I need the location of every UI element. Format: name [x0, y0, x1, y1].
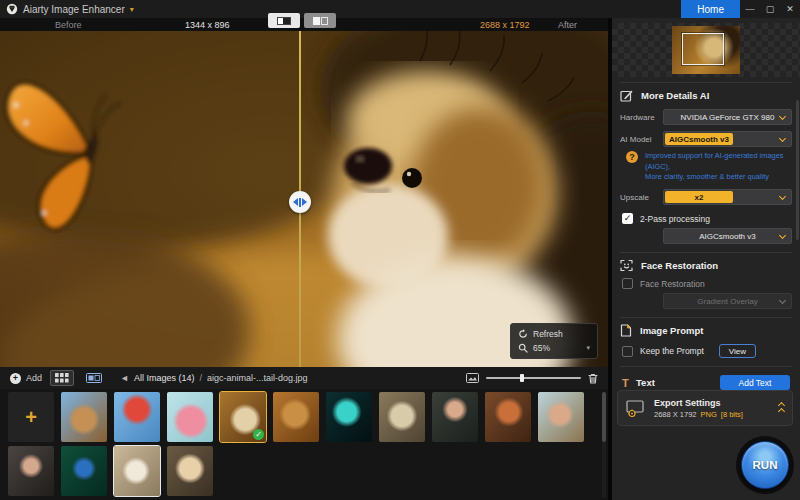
thumb-wedding-photo[interactable] [114, 446, 160, 496]
app-window: Aiarty Image Enhancer ▾ Home — ▢ ✕ Befor… [0, 0, 800, 500]
run-button-well: RUN [736, 436, 794, 494]
gallery-toolbar: + Add ◄ All Imag [0, 367, 608, 389]
breadcrumb: ◄ All Images (14) / aigc-animal-...tail-… [120, 373, 308, 383]
export-settings[interactable]: Export Settings 2688 X 1792 PNG [8 bits] [617, 390, 793, 426]
two-pass-row: ✓ 2-Pass processing [612, 213, 800, 224]
thumb-flamingo[interactable] [167, 392, 213, 442]
ai-model-dropdown[interactable]: AIGCsmooth v3 [663, 131, 792, 147]
thumb-group-photo[interactable] [167, 446, 213, 496]
filmstrip-view-button[interactable] [82, 370, 106, 386]
add-text-button[interactable]: Add Text [720, 375, 790, 390]
view-mode-toggles [268, 13, 336, 28]
thumb-redhead-woman[interactable] [485, 392, 531, 442]
filmstrip-view-icon [86, 373, 102, 383]
after-label: After [558, 20, 577, 30]
minimize-button[interactable]: — [740, 0, 760, 18]
thumb-man-portrait[interactable] [432, 392, 478, 442]
gallery-panel: + Add ◄ All Imag [0, 367, 608, 500]
split-square-icon [277, 17, 291, 25]
upscale-label: Upscale [620, 193, 663, 202]
page-icon [620, 324, 632, 337]
chevron-down-icon [779, 232, 786, 239]
chevron-down-icon [779, 113, 786, 120]
upscale-row: Upscale x2 [612, 189, 800, 205]
close-button[interactable]: ✕ [780, 0, 800, 18]
navigator [612, 23, 800, 77]
breadcrumb-separator: / [199, 373, 202, 383]
trash-icon[interactable] [588, 373, 598, 384]
app-title: Aiarty Image Enhancer [23, 4, 125, 15]
more-details-title: More Details AI [641, 90, 709, 101]
two-pass-model-value: AIGCsmooth v3 [699, 232, 755, 241]
text-tool-row: T Text Add Text [612, 375, 800, 390]
settings-scrollbar-thumb[interactable] [796, 100, 799, 240]
chevron-down-icon [779, 193, 786, 200]
thumbnail-grid: +✓ [0, 389, 608, 500]
titlebar: Aiarty Image Enhancer ▾ Home — ▢ ✕ [0, 0, 800, 18]
add-images-button[interactable]: + Add [10, 373, 42, 384]
compare-slider-handle[interactable] [289, 191, 311, 213]
breadcrumb-all-images[interactable]: All Images (14) [134, 373, 195, 383]
before-size: 1344 x 896 [185, 20, 230, 30]
thumb-hot-air-balloon[interactable] [114, 392, 160, 442]
navigator-viewport-rect[interactable] [682, 33, 724, 65]
magnifier-icon [518, 343, 528, 353]
back-icon[interactable]: ◄ [120, 373, 129, 383]
thumbnail-size-slider[interactable] [486, 377, 581, 379]
side-by-side-view-toggle[interactable] [304, 13, 336, 28]
grid-view-button[interactable] [50, 370, 74, 386]
navigator-thumbnail [672, 26, 740, 74]
upscale-dropdown[interactable]: x2 [663, 189, 792, 205]
two-pass-checkbox[interactable]: ✓ [622, 213, 633, 224]
export-size: 2688 X 1792 [654, 410, 697, 419]
thumb-puppy[interactable]: ✓ [220, 392, 266, 442]
hardware-dropdown[interactable]: NVIDIA GeForce GTX 980 [663, 109, 792, 125]
help-icon[interactable]: ? [626, 151, 638, 163]
ai-model-label: AI Model [620, 135, 663, 144]
export-settings-title: Export Settings [654, 398, 743, 408]
add-plus-icon: + [10, 373, 21, 384]
home-button[interactable]: Home [681, 0, 740, 18]
slider-left-arrow-icon [293, 198, 298, 206]
maximize-button[interactable]: ▢ [760, 0, 780, 18]
add-image-tile[interactable]: + [8, 392, 54, 442]
hint-line-1: Improved support for AI-generated images… [645, 151, 792, 172]
slider-handle[interactable] [520, 374, 524, 382]
face-model-dropdown[interactable]: Gradient Overlay [663, 293, 792, 309]
thumbnail-row-2 [8, 446, 600, 496]
keep-prompt-checkbox[interactable] [622, 346, 633, 357]
divider [620, 366, 792, 367]
thumb-fantasy-landscape[interactable] [326, 392, 372, 442]
divider [620, 252, 792, 253]
grid-view-icon [55, 373, 69, 383]
ai-model-hint: ? Improved support for AI-generated imag… [612, 151, 800, 183]
app-menu-chevron-icon[interactable]: ▾ [130, 5, 134, 14]
gallery-scrollbar-thumb[interactable] [602, 392, 606, 442]
zoom-chevron-icon: ▾ [586, 344, 590, 352]
face-restoration-checkbox[interactable] [622, 278, 633, 289]
export-format: PNG [701, 410, 717, 419]
add-plus-icon: + [25, 406, 37, 429]
view-prompt-button[interactable]: View [719, 344, 756, 358]
face-icon [620, 259, 633, 272]
collapse-up-icon[interactable] [779, 403, 784, 414]
zoom-level-value: 65% [533, 343, 550, 353]
zoom-level-dropdown[interactable]: 65% ▾ [518, 341, 590, 355]
run-button[interactable]: RUN [741, 441, 789, 489]
thumb-peacock-macro[interactable] [61, 446, 107, 496]
export-settings-icon [626, 400, 646, 417]
thumb-lion-cub[interactable] [61, 392, 107, 442]
face-model-value: Gradient Overlay [697, 297, 757, 306]
add-label: Add [26, 373, 42, 383]
two-pass-model-dropdown[interactable]: AIGCsmooth v3 [663, 228, 792, 244]
image-prompt-title: Image Prompt [640, 325, 703, 336]
thumb-woman-portrait[interactable] [8, 446, 54, 496]
single-view-toggle[interactable] [268, 13, 300, 28]
slider-bar-icon [299, 198, 301, 207]
selected-check-icon: ✓ [253, 429, 264, 440]
thumb-lion[interactable] [273, 392, 319, 442]
gallery-scrollbar [602, 392, 606, 498]
refresh-button[interactable]: Refresh [518, 327, 590, 341]
thumb-beach-woman[interactable] [538, 392, 584, 442]
thumb-moth[interactable] [379, 392, 425, 442]
